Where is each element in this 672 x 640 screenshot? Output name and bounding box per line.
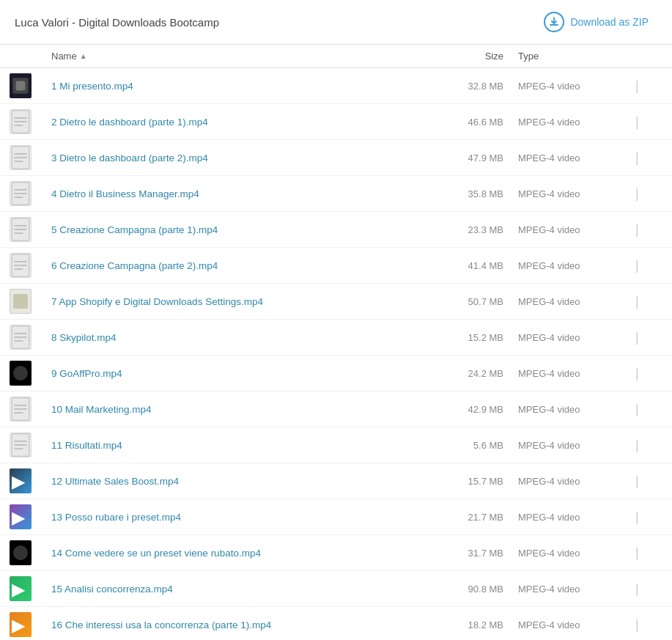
file-icon: ▶ — [7, 504, 34, 530]
row-extra: | — [635, 186, 657, 202]
file-name[interactable]: 9 GoAffPro.mp4 — [51, 368, 430, 379]
row-extra: | — [635, 545, 657, 561]
svg-text:▶: ▶ — [12, 579, 26, 599]
row-extra: | — [635, 330, 657, 345]
file-type: MPEG-4 video — [518, 548, 635, 559]
file-type: MPEG-4 video — [518, 404, 635, 415]
file-type: MPEG-4 video — [518, 117, 635, 128]
file-name[interactable]: 1 Mi presento.mp4 — [51, 81, 430, 92]
file-icon — [7, 216, 34, 243]
file-type: MPEG-4 video — [518, 368, 635, 379]
file-icon — [7, 144, 34, 171]
file-size: 47.9 MB — [430, 152, 518, 163]
table-row: 10 Mail Marketing.mp442.9 MBMPEG-4 video… — [0, 391, 672, 427]
file-name[interactable]: 12 Ultimate Sales Boost.mp4 — [51, 476, 430, 487]
file-name[interactable]: 16 Che interessi usa la concorrenza (par… — [51, 619, 430, 630]
svg-text:▶: ▶ — [12, 507, 26, 527]
file-size: 41.4 MB — [430, 260, 518, 271]
row-extra: | — [635, 510, 657, 525]
file-icon — [7, 432, 34, 458]
table-row: 11 Risultati.mp45.6 MBMPEG-4 video| — [0, 427, 672, 463]
table-row: 5 Creazione Campagna (parte 1).mp423.3 M… — [0, 212, 672, 248]
file-type: MPEG-4 video — [518, 512, 635, 523]
file-icon — [7, 540, 34, 566]
file-name[interactable]: 15 Analisi concorrenza.mp4 — [51, 584, 430, 595]
extra-col-header — [635, 51, 657, 62]
sort-arrow-icon: ▲ — [80, 52, 87, 60]
file-size: 15.7 MB — [430, 476, 518, 487]
table-row: 14 Come vedere se un preset viene rubato… — [0, 535, 672, 571]
table-row: ▶ 16 Che interessi usa la concorrenza (p… — [0, 607, 672, 640]
file-type: MPEG-4 video — [518, 152, 635, 163]
table-body: 1 Mi presento.mp432.8 MBMPEG-4 video| 2 … — [0, 68, 672, 640]
table-row: 8 Skypilot.mp415.2 MBMPEG-4 video| — [0, 320, 672, 356]
page-header: Luca Valori - Digital Downloads Bootcamp… — [0, 0, 672, 45]
file-name[interactable]: 4 Dietro il Business Manager.mp4 — [51, 188, 430, 199]
row-extra: | — [635, 114, 657, 130]
file-name[interactable]: 2 Dietro le dashboard (parte 1).mp4 — [51, 117, 430, 128]
table-row: 4 Dietro il Business Manager.mp435.8 MBM… — [0, 176, 672, 212]
file-type: MPEG-4 video — [518, 224, 635, 235]
row-extra: | — [635, 474, 657, 489]
svg-rect-22 — [13, 294, 28, 309]
table-row: ▶ 13 Posso rubare i preset.mp421.7 MBMPE… — [0, 499, 672, 535]
file-name[interactable]: 5 Creazione Campagna (parte 1).mp4 — [51, 224, 430, 235]
row-extra: | — [635, 581, 657, 597]
file-icon — [7, 180, 34, 207]
file-name[interactable]: 10 Mail Marketing.mp4 — [51, 404, 430, 415]
file-size: 18.2 MB — [430, 619, 518, 630]
download-icon — [544, 12, 564, 32]
table-row: 7 App Shopify e Digital Downloads Settin… — [0, 284, 672, 320]
row-extra: | — [635, 258, 657, 273]
file-icon — [7, 108, 34, 135]
name-col-header[interactable]: Name ▲ — [51, 51, 430, 62]
file-size: 23.3 MB — [430, 224, 518, 235]
row-extra: | — [635, 366, 657, 381]
icon-col-header — [7, 51, 51, 62]
file-type: MPEG-4 video — [518, 476, 635, 487]
file-size: 24.2 MB — [430, 368, 518, 379]
table-row: 9 GoAffPro.mp424.2 MBMPEG-4 video| — [0, 356, 672, 391]
table-row: 3 Dietro le dashboard (parte 2).mp447.9 … — [0, 140, 672, 176]
file-icon — [7, 360, 34, 386]
file-size: 5.6 MB — [430, 440, 518, 451]
svg-text:▶: ▶ — [12, 615, 26, 635]
file-size: 90.8 MB — [430, 584, 518, 595]
file-name[interactable]: 11 Risultati.mp4 — [51, 440, 430, 451]
page-title: Luca Valori - Digital Downloads Bootcamp — [15, 16, 219, 29]
file-icon: ▶ — [7, 468, 34, 494]
file-type: MPEG-4 video — [518, 188, 635, 199]
table-row: 1 Mi presento.mp432.8 MBMPEG-4 video| — [0, 68, 672, 104]
row-extra: | — [635, 617, 657, 633]
row-extra: | — [635, 294, 657, 309]
file-size: 50.7 MB — [430, 296, 518, 307]
table-row: 6 Creazione Campagna (parte 2).mp441.4 M… — [0, 248, 672, 284]
file-name[interactable]: 13 Posso rubare i preset.mp4 — [51, 512, 430, 523]
file-size: 31.7 MB — [430, 548, 518, 559]
file-size: 32.8 MB — [430, 81, 518, 92]
file-type: MPEG-4 video — [518, 440, 635, 451]
table-header-row: Name ▲ Size Type — [0, 45, 672, 68]
file-name[interactable]: 3 Dietro le dashboard (parte 2).mp4 — [51, 152, 430, 163]
row-extra: | — [635, 222, 657, 238]
file-name[interactable]: 6 Creazione Campagna (parte 2).mp4 — [51, 260, 430, 271]
file-icon — [7, 288, 34, 315]
table-row: 2 Dietro le dashboard (parte 1).mp446.6 … — [0, 104, 672, 140]
svg-point-27 — [13, 366, 28, 380]
file-icon — [7, 324, 34, 350]
size-col-header[interactable]: Size — [430, 51, 518, 62]
file-type: MPEG-4 video — [518, 81, 635, 92]
file-type: MPEG-4 video — [518, 260, 635, 271]
row-extra: | — [635, 78, 657, 94]
file-type: MPEG-4 video — [518, 296, 635, 307]
row-extra: | — [635, 438, 657, 453]
svg-text:▶: ▶ — [12, 471, 26, 491]
file-name[interactable]: 14 Come vedere se un preset viene rubato… — [51, 548, 430, 559]
file-name[interactable]: 8 Skypilot.mp4 — [51, 332, 430, 343]
file-size: 35.8 MB — [430, 188, 518, 199]
file-icon: ▶ — [7, 575, 34, 602]
download-zip-button[interactable]: Download as ZIP — [535, 7, 657, 37]
file-name[interactable]: 7 App Shopify e Digital Downloads Settin… — [51, 296, 430, 307]
file-size: 42.9 MB — [430, 404, 518, 415]
file-icon: ▶ — [7, 611, 34, 638]
